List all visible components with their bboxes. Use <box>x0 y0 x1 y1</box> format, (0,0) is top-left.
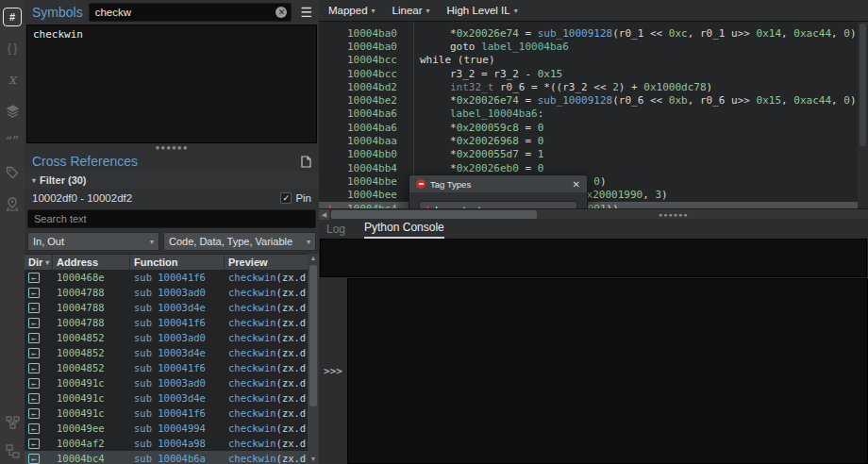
type-filter-dropdown[interactable]: Code, Data, Type, Variable ▾ <box>163 232 316 251</box>
xref-incoming-icon: ← <box>28 333 40 343</box>
hscroll-thumb[interactable] <box>331 210 537 219</box>
dialog-title: Tag Types <box>430 179 568 190</box>
menu-mapped[interactable]: Mapped▾ <box>328 5 376 16</box>
variables-icon[interactable]: x <box>3 70 22 89</box>
xrefs-table: Dir ▾ Address Function Preview ←1000468e… <box>25 254 319 464</box>
symbols-result-list[interactable]: checkwin <box>26 25 317 143</box>
xref-incoming-icon: ← <box>28 273 40 283</box>
types-icon[interactable]: { } <box>3 39 22 58</box>
table-row[interactable]: ←10004788sub_10003ad0checkwin(zx.d(*0x2 <box>25 285 308 300</box>
code-line[interactable]: 10004baa*0x20026968 = 0 <box>319 134 868 147</box>
xrefs-scrollbar[interactable]: ▲▼ <box>308 254 319 464</box>
table-row[interactable]: ←1000491csub_10003ad0checkwin(zx.d(*0x2 <box>25 375 308 390</box>
menu-high-level-il[interactable]: High Level IL▾ <box>447 5 518 16</box>
xref-incoming-icon: ← <box>28 393 40 404</box>
table-row[interactable]: ←10004bc4sub_10004b6acheckwin(zx.d(*0x2 <box>25 451 308 464</box>
code-line[interactable]: 10004be2*0x20026e74 = sub_10009128(r0_6 … <box>319 93 868 107</box>
tag-type-dropdown[interactable]: ! Important ▾ <box>419 201 577 208</box>
xrefs-title: Cross References <box>32 154 301 169</box>
table-row[interactable]: ←10004788sub_100041f6checkwin(zx.d(*0x2 <box>25 315 308 330</box>
code-line[interactable]: 10004bccr3_2 = r3_2 - 0x15 <box>319 67 868 80</box>
xref-incoming-icon: ← <box>28 318 40 328</box>
table-row[interactable]: ←1000491csub_10003d4echeckwin(zx.d(*0x2 <box>25 390 308 406</box>
line-address: 10004baa <box>347 135 397 147</box>
code-line[interactable]: 10004bb4*0x20026eb0 = 0 <box>319 161 868 174</box>
table-row[interactable]: ←1000468esub_100041f6checkwin(zx.d(*0x2 <box>25 270 308 285</box>
panel-splitter[interactable]: ●●●●●● <box>25 143 319 151</box>
line-address: 10004bcc <box>347 54 397 66</box>
memory-map-icon[interactable] <box>3 194 22 213</box>
line-address: 10004ba6 <box>347 108 397 120</box>
dialog-titlebar[interactable]: Tag Types ✕ <box>409 175 587 192</box>
xrefs-table-body: ←1000468esub_100041f6checkwin(zx.d(*0x2←… <box>25 270 308 464</box>
menu-linear[interactable]: Linear▾ <box>392 5 430 16</box>
symbols-search-input[interactable]: checkw ✕ <box>89 3 292 22</box>
line-address: 10004bd2 <box>347 81 397 93</box>
xrefs-filter-toggle[interactable]: ▾ Filter (30) <box>25 172 319 189</box>
code-line[interactable]: 10004ba0goto label_10004ba6 <box>319 40 868 53</box>
python-console-output[interactable] <box>320 239 867 277</box>
table-row[interactable]: ←10004af2sub_10004a98checkwin(zx.d(*0x2 <box>25 436 308 451</box>
left-panel: Symbols checkw ✕ ☰ checkwin ●●●●●● Cross… <box>25 0 319 464</box>
close-icon[interactable]: ✕ <box>573 179 580 190</box>
code-horizontal-scrollbar[interactable]: ◀ ●●●●●● <box>319 208 868 219</box>
code-line[interactable]: 10004ba6label_10004ba6: <box>319 108 868 121</box>
call-graph-icon[interactable] <box>3 441 22 460</box>
address-range: 10002df0 - 10002df2 <box>32 192 280 204</box>
code-line[interactable]: 10004bb0*0x200055d7 = 1 <box>319 148 868 161</box>
new-pane-icon[interactable] <box>301 156 311 168</box>
strings-icon[interactable]: “” <box>3 132 22 151</box>
table-row[interactable]: ←10004788sub_10003d4echeckwin(zx.d(*0x2 <box>25 300 308 315</box>
outline-icon[interactable] <box>3 413 22 432</box>
xrefs-search-input[interactable]: Search text <box>27 209 316 228</box>
xref-incoming-icon: ← <box>28 378 40 389</box>
line-address: 10004ba6 <box>347 122 397 134</box>
xrefs-search-placeholder: Search text <box>34 213 87 224</box>
line-address: 10004bee <box>347 189 397 201</box>
xref-incoming-icon: ← <box>28 363 40 373</box>
table-row[interactable]: ←10004852sub_10003d4echeckwin(zx.d(*0x2 <box>25 345 308 360</box>
bottom-splitter-handle[interactable]: ●●●●●● <box>659 211 688 218</box>
pin-checkbox[interactable]: ✓ <box>280 192 292 204</box>
symbols-icon[interactable]: # <box>3 8 22 26</box>
xrefs-table-header[interactable]: Dir ▾ Address Function Preview <box>25 254 319 270</box>
pin-label: Pin <box>295 192 311 204</box>
line-address: 10004bbe <box>347 175 397 188</box>
code-line[interactable]: 10004beesub_10009128(0, 0x20001990, 3) <box>319 189 868 202</box>
code-vertical-scrollbar[interactable] <box>858 22 868 208</box>
symbols-menu-icon[interactable]: ☰ <box>297 5 315 20</box>
symbol-item[interactable]: checkwin <box>33 28 310 41</box>
code-line[interactable]: !10004bc4checkwin(zx.d(*0x20001991)) <box>319 202 868 208</box>
code-line[interactable]: 10004bbeif (sub_1000c61c(0) != 0) <box>319 174 868 188</box>
table-row[interactable]: ←100049eesub_10004994checkwin(zx.d(*0x2 <box>25 421 308 436</box>
chevron-down-icon: ▾ <box>567 207 571 209</box>
line-address: 10004be2 <box>347 94 397 107</box>
line-address: 10004ba0 <box>347 27 397 40</box>
xref-incoming-icon: ← <box>28 303 40 313</box>
table-row[interactable]: ←1000491csub_100041f6checkwin(zx.d(*0x2 <box>25 406 308 421</box>
code-line[interactable]: 10004ba0*0x20026e74 = sub_10009128(r0_1 … <box>319 26 868 40</box>
code-line[interactable]: 10004ba6*0x200059c8 = 0 <box>319 121 868 134</box>
clear-search-icon[interactable]: ✕ <box>275 7 287 18</box>
xref-incoming-icon: ← <box>28 454 40 464</box>
code-line[interactable]: 10004bd2int32_t r0_6 = *((r3_2 << 2) + 0… <box>319 80 868 93</box>
view-menubar: Mapped▾Linear▾High Level IL▾ <box>319 0 868 22</box>
stack-icon[interactable] <box>3 101 22 120</box>
symbols-title: Symbols <box>32 5 83 20</box>
direction-filter-dropdown[interactable]: In, Out ▾ <box>27 232 159 251</box>
chevron-down-icon: ▾ <box>150 238 154 246</box>
code-line[interactable]: 10004bccwhile (true) <box>319 54 868 67</box>
filter-label: Filter (30) <box>40 174 87 186</box>
table-row[interactable]: ←10004852sub_100041f6checkwin(zx.d(*0x2 <box>25 360 308 375</box>
tag-dialog-icon <box>416 179 426 189</box>
xrefs-header: Cross References <box>25 151 319 172</box>
collapse-caret-icon: ▾ <box>32 176 36 185</box>
console-input[interactable] <box>347 278 868 464</box>
tab-python-console[interactable]: Python Console <box>364 221 444 239</box>
table-row[interactable]: ←10004852sub_10003ad0checkwin(zx.d(*0x2 <box>25 330 308 345</box>
hlil-code-view[interactable]: 10004ba0*0x20026e74 = sub_10009128(r0_1 … <box>319 22 868 208</box>
tab-log[interactable]: Log <box>326 223 345 239</box>
xref-incoming-icon: ← <box>28 348 40 358</box>
scroll-left-icon[interactable]: ◀ <box>319 209 329 220</box>
tags-icon[interactable] <box>3 163 22 182</box>
